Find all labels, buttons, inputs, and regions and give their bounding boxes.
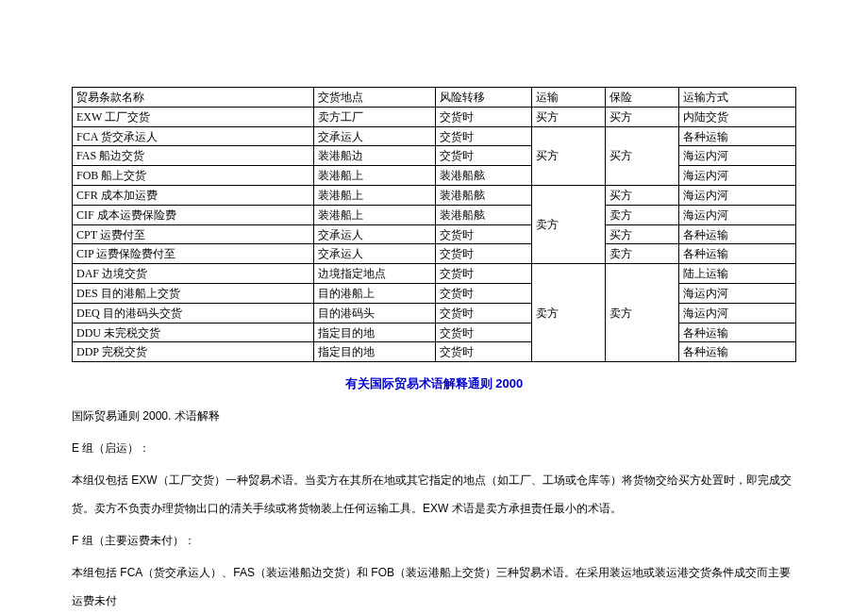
table-row: DDP 完税交货指定目的地交货时各种运输	[73, 342, 796, 362]
table-row: CIF 成本运费保险费装港船上装港船舷卖方海运内河	[73, 205, 796, 224]
table-cell: 目的港船上	[313, 283, 435, 303]
group-f-heading: F 组（主要运费未付）：	[72, 526, 796, 555]
table-cell: 装港船舷	[435, 166, 531, 186]
table-cell: 交货时	[435, 303, 531, 323]
table-cell: FAS 船边交货	[73, 146, 314, 166]
table-cell: 交货时	[435, 283, 531, 303]
table-row: DES 目的港船上交货目的港船上交货时海运内河	[73, 283, 796, 303]
table-cell: 卖方	[606, 244, 679, 264]
table-cell: 指定目的地	[313, 323, 435, 342]
table-cell: 各种运输	[679, 224, 796, 244]
table-cell: 海运内河	[679, 185, 796, 205]
table-cell: DDU 未完税交货	[73, 323, 314, 342]
table-cell: 目的港码头	[313, 303, 435, 323]
table-cell: 装港船舷	[435, 205, 531, 224]
table-cell: DEQ 目的港码头交货	[73, 303, 314, 323]
trade-terms-table: 贸易条款名称交货地点风险转移运输保险运输方式EXW 工厂交货卖方工厂交货时买方买…	[72, 87, 796, 362]
table-cell: 内陆交货	[679, 107, 796, 126]
table-cell: FOB 船上交货	[73, 166, 314, 186]
table-cell: 各种运输	[679, 126, 796, 146]
table-row: CIP 运费保险费付至交承运人交货时卖方各种运输	[73, 244, 796, 264]
table-cell: 装港船上	[313, 205, 435, 224]
table-cell: 交货时	[435, 107, 531, 126]
table-cell: 交货时	[435, 264, 531, 284]
table-cell: 买方	[606, 185, 679, 205]
table-cell: 各种运输	[679, 244, 796, 264]
table-cell: 买方	[532, 107, 606, 126]
table-cell: DES 目的港船上交货	[73, 283, 314, 303]
table-row: CPT 运费付至交承运人交货时买方各种运输	[73, 224, 796, 244]
table-row: FAS 船边交货装港船边交货时海运内河	[73, 146, 796, 166]
table-cell: 装港船舷	[435, 185, 531, 205]
table-cell: 交承运人	[313, 126, 435, 146]
table-cell: 卖方工厂	[313, 107, 435, 126]
table-header-row: 贸易条款名称交货地点风险转移运输保险运输方式	[73, 88, 796, 108]
table-cell: 交货时	[435, 323, 531, 342]
table-cell: CPT 运费付至	[73, 224, 314, 244]
table-row: DAF 边境交货边境指定地点交货时卖方卖方陆上运输	[73, 264, 796, 284]
table-cell: 海运内河	[679, 303, 796, 323]
table-cell: 交货时	[435, 244, 531, 264]
table-cell: EXW 工厂交货	[73, 107, 314, 126]
table-cell: 交承运人	[313, 224, 435, 244]
table-cell: 卖方	[532, 185, 606, 263]
table-cell: 装港船边	[313, 146, 435, 166]
group-e-heading: E 组（启运）：	[72, 434, 796, 462]
table-cell: 买方	[532, 126, 606, 185]
table-cell: 海运内河	[679, 283, 796, 303]
table-cell: FCA 货交承运人	[73, 126, 314, 146]
table-cell: 风险转移	[435, 88, 531, 108]
table-row: EXW 工厂交货卖方工厂交货时买方买方内陆交货	[73, 107, 796, 126]
table-cell: 交货时	[435, 342, 531, 362]
table-cell: 买方	[606, 126, 679, 185]
table-row: DDU 未完税交货指定目的地交货时各种运输	[73, 323, 796, 342]
table-cell: 卖方	[606, 205, 679, 224]
table-cell: 交承运人	[313, 244, 435, 264]
table-cell: 装港船上	[313, 185, 435, 205]
table-row: DEQ 目的港码头交货目的港码头交货时海运内河	[73, 303, 796, 323]
table-cell: CIP 运费保险费付至	[73, 244, 314, 264]
table-cell: DDP 完税交货	[73, 342, 314, 362]
table-cell: 陆上运输	[679, 264, 796, 284]
table-row: CFR 成本加运费装港船上装港船舷卖方买方海运内河	[73, 185, 796, 205]
table-cell: 运输方式	[679, 88, 796, 108]
table-cell: 各种运输	[679, 323, 796, 342]
doc-title: 有关国际贸易术语解释通则 2000	[72, 375, 796, 392]
table-cell: 交货时	[435, 126, 531, 146]
table-cell: 边境指定地点	[313, 264, 435, 284]
table-cell: 贸易条款名称	[73, 88, 314, 108]
table-cell: 指定目的地	[313, 342, 435, 362]
table-cell: 买方	[606, 224, 679, 244]
table-cell: 海运内河	[679, 166, 796, 186]
table-cell: 运输	[532, 88, 606, 108]
table-cell: 交货地点	[313, 88, 435, 108]
table-cell: 海运内河	[679, 205, 796, 224]
table-cell: 卖方	[606, 264, 679, 362]
table-cell: 装港船上	[313, 166, 435, 186]
table-cell: 海运内河	[679, 146, 796, 166]
table-row: FCA 货交承运人交承运人交货时买方买方各种运输	[73, 126, 796, 146]
table-cell: DAF 边境交货	[73, 264, 314, 284]
table-cell: 买方	[606, 107, 679, 126]
table-cell: 保险	[606, 88, 679, 108]
table-cell: 交货时	[435, 146, 531, 166]
intro-para: 国际贸易通则 2000. 术语解释	[72, 402, 796, 430]
table-cell: 交货时	[435, 224, 531, 244]
table-row: FOB 船上交货装港船上装港船舷海运内河	[73, 166, 796, 186]
group-f-body: 本组包括 FCA（货交承运人）、FAS（装运港船边交货）和 FOB（装运港船上交…	[72, 558, 796, 614]
table-cell: CIF 成本运费保险费	[73, 205, 314, 224]
group-e-body: 本组仅包括 EXW（工厂交货）一种贸易术语。当卖方在其所在地或其它指定的地点（如…	[72, 466, 796, 523]
table-cell: 各种运输	[679, 342, 796, 362]
table-cell: CFR 成本加运费	[73, 185, 314, 205]
table-cell: 卖方	[532, 264, 606, 362]
